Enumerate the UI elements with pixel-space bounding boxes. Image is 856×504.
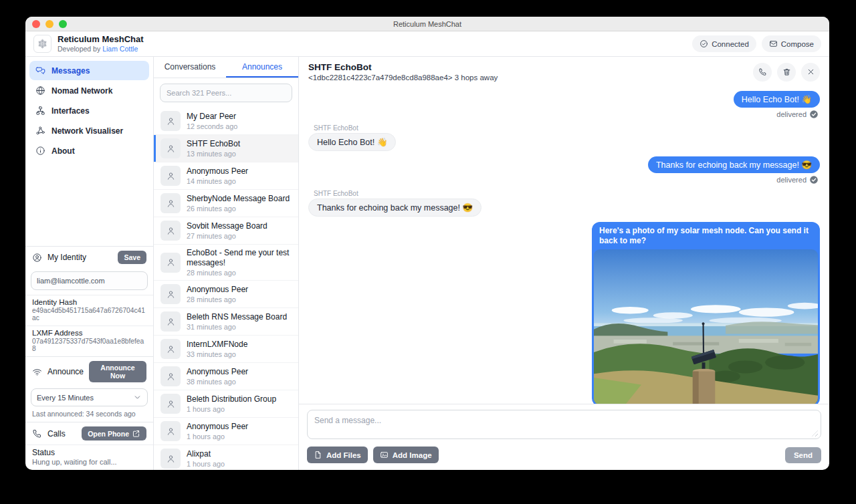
- globe-icon: [35, 86, 45, 96]
- close-icon: [807, 68, 815, 76]
- tab-announces[interactable]: Announces: [226, 57, 298, 78]
- peers-tabs: Conversations Announces: [154, 57, 298, 78]
- phone-icon: [758, 68, 767, 76]
- peer-list-item[interactable]: Anonymous Peer 28 minutes ago: [154, 281, 298, 308]
- peer-announce-time: 27 minutes ago: [187, 232, 268, 240]
- peer-list-item[interactable]: Beleth Distribution Group 1 hours ago: [154, 390, 298, 418]
- peer-announce-time: 12 seconds ago: [187, 122, 237, 130]
- peer-announce-time: 1 hours ago: [187, 432, 248, 440]
- sidebar-item-about[interactable]: About: [29, 141, 149, 160]
- peer-name: Alixpat: [187, 449, 225, 459]
- peer-announce-time: 33 minutes ago: [187, 350, 247, 358]
- add-image-label: Add Image: [393, 451, 432, 459]
- peer-text: SherbyNode Message Board 26 minutes ago: [187, 194, 290, 213]
- chat-header: SHTF EchoBot <1dbc2281c4223c7a479de8cd8a…: [299, 57, 829, 87]
- peer-avatar: [160, 221, 181, 241]
- tab-conversations[interactable]: Conversations: [154, 57, 226, 78]
- sidebar-label-network-visualiser: Network Visualiser: [51, 126, 123, 136]
- peer-list-item[interactable]: InternLXMFNode 33 minutes ago: [154, 336, 298, 363]
- peer-announce-time: 38 minutes ago: [187, 378, 248, 386]
- save-button[interactable]: Save: [118, 251, 146, 264]
- peer-avatar: [160, 193, 181, 213]
- sidebar-item-nomad-network[interactable]: Nomad Network: [29, 81, 149, 100]
- open-phone-button[interactable]: Open Phone: [82, 426, 146, 440]
- developer-link[interactable]: Liam Cottle: [102, 45, 138, 53]
- call-status-label: Status: [32, 448, 146, 457]
- phone-icon: [32, 428, 42, 438]
- peer-list-item[interactable]: Sovbit Message Board 27 minutes ago: [154, 217, 298, 245]
- message-input[interactable]: [307, 410, 821, 439]
- sitemap-icon: [35, 106, 45, 116]
- chat-peer-address: <1dbc2281c4223c7a479de8cd8a988ae4> 3 hop…: [308, 74, 498, 82]
- announce-now-button[interactable]: Announce Now: [89, 361, 146, 382]
- sidebar-item-network-visualiser[interactable]: Network Visualiser: [29, 121, 149, 140]
- person-icon: [166, 372, 176, 382]
- add-image-button[interactable]: Add Image: [373, 447, 439, 463]
- peer-avatar: [160, 449, 181, 469]
- external-link-icon: [132, 429, 140, 438]
- peer-list: My Dear Peer 12 seconds ago SHTF EchoBot: [154, 108, 298, 470]
- peer-name: Sovbit Message Board: [187, 221, 268, 231]
- peer-search-wrap: [154, 78, 298, 108]
- message-sender-name: SHTF EchoBot: [314, 124, 396, 132]
- add-files-button[interactable]: Add Files: [307, 447, 368, 463]
- peer-text: Anonymous Peer 1 hours ago: [187, 422, 248, 440]
- sidebar-item-messages[interactable]: Messages: [29, 61, 149, 80]
- email-field-wrap: [25, 268, 153, 295]
- peer-name: Anonymous Peer: [187, 367, 248, 377]
- title-bar: Reticulum MeshChat: [25, 17, 829, 31]
- peer-list-item[interactable]: EchoBot - Send me your test messages! 28…: [154, 245, 298, 281]
- person-icon: [166, 171, 176, 181]
- peer-list-item[interactable]: Anonymous Peer 38 minutes ago: [154, 363, 298, 390]
- incoming-message: Thanks for echoing back my message! 😎: [308, 199, 481, 217]
- outgoing-photo-message[interactable]: Here's a photo of my solar mesh node. Ca…: [592, 222, 820, 404]
- sidebar-label-about: About: [51, 146, 75, 156]
- peer-avatar: [160, 138, 181, 158]
- compose-button[interactable]: Compose: [762, 35, 821, 52]
- peer-text: EchoBot - Send me your test messages! 28…: [187, 248, 292, 277]
- peer-list-item[interactable]: My Dear Peer 12 seconds ago: [154, 108, 298, 135]
- incoming-message-group: SHTF EchoBot Hello Echo Bot! 👋: [308, 124, 396, 151]
- announce-interval-value: Every 15 Minutes: [37, 394, 94, 402]
- call-peer-button[interactable]: [753, 63, 772, 82]
- composer-input-wrap: [307, 410, 821, 442]
- peer-list-item[interactable]: Alixpat 1 hours ago: [154, 445, 298, 470]
- person-icon: [166, 454, 176, 464]
- peer-announce-time: 26 minutes ago: [187, 205, 290, 213]
- peer-search-input[interactable]: [160, 84, 292, 102]
- trash-icon: [782, 68, 791, 76]
- composer-buttons-row: Add Files Add Image Send: [307, 447, 821, 463]
- peer-name: Anonymous Peer: [187, 422, 248, 432]
- app-header: Reticulum MeshChat Developed by Liam Cot…: [25, 31, 829, 57]
- peer-text: SHTF EchoBot 13 minutes ago: [187, 139, 240, 158]
- announce-interval-select[interactable]: Every 15 Minutes: [31, 388, 148, 406]
- close-chat-button[interactable]: [801, 63, 820, 82]
- call-status-block: Status Hung up, waiting for call...: [25, 445, 153, 470]
- peer-name: Anonymous Peer: [187, 166, 248, 176]
- person-icon: [166, 226, 176, 236]
- person-icon: [166, 399, 176, 409]
- message-history: Hello Echo Bot! 👋 delivered SHTF EchoBot…: [299, 87, 829, 404]
- delivered-check-icon: [809, 110, 819, 119]
- identity-hash-value: e49ac4d5b451715a647a6726704c41ac: [32, 307, 146, 322]
- peer-announce-time: 14 minutes ago: [187, 177, 248, 185]
- image-icon: [380, 451, 389, 459]
- peer-avatar: [160, 166, 181, 186]
- chat-panel: SHTF EchoBot <1dbc2281c4223c7a479de8cd8a…: [299, 57, 829, 470]
- peer-list-item[interactable]: SherbyNode Message Board 26 minutes ago: [154, 190, 298, 217]
- send-button[interactable]: Send: [785, 447, 821, 463]
- peer-list-item[interactable]: Anonymous Peer 1 hours ago: [154, 418, 298, 445]
- peer-announce-time: 31 minutes ago: [187, 323, 287, 331]
- header-actions: Connected Compose: [692, 35, 821, 52]
- delivered-check-icon: [809, 175, 819, 184]
- person-icon: [166, 426, 176, 436]
- email-field[interactable]: [31, 271, 148, 290]
- developed-by-text: Developed by: [58, 45, 100, 53]
- peer-text: My Dear Peer 12 seconds ago: [187, 112, 237, 130]
- sidebar-item-interfaces[interactable]: Interfaces: [29, 101, 149, 120]
- delete-conversation-button[interactable]: [777, 63, 796, 82]
- peer-list-item[interactable]: Anonymous Peer 14 minutes ago: [154, 162, 298, 190]
- peer-list-item[interactable]: Beleth RNS Message Board 31 minutes ago: [154, 308, 298, 336]
- peer-list-item[interactable]: SHTF EchoBot 13 minutes ago: [154, 135, 298, 162]
- peer-name: EchoBot - Send me your test messages!: [187, 248, 292, 268]
